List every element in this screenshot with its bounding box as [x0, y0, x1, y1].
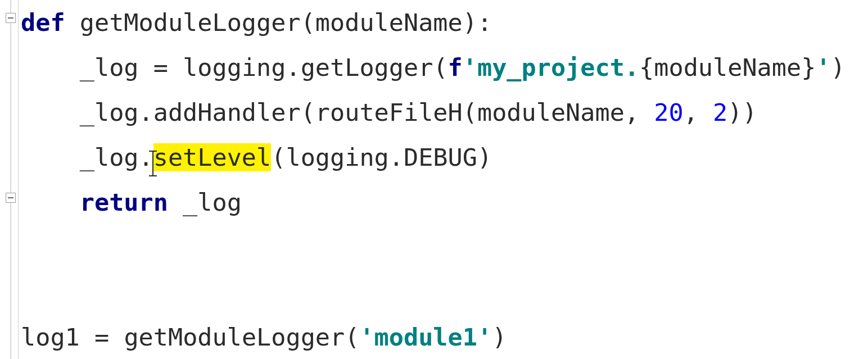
code-token: (	[271, 143, 286, 171]
code-token: ,	[625, 98, 639, 126]
code-token: .	[389, 143, 404, 171]
code-token: )	[727, 98, 742, 126]
code-token: getModuleLogger	[80, 8, 301, 37]
string-token: 'my_project.	[463, 53, 639, 81]
string-token: 'module1'	[359, 323, 492, 351]
code-token: =	[153, 53, 168, 81]
code-token: :	[477, 8, 492, 37]
code-token: (	[301, 98, 315, 126]
code-token: _log	[80, 53, 139, 81]
number-token: 2	[713, 98, 727, 126]
code-token: )	[492, 323, 507, 351]
code-token: (	[301, 8, 315, 37]
code-token: moduleName	[477, 98, 625, 126]
code-token: DEBUG	[404, 143, 477, 171]
code-token: f	[448, 53, 463, 81]
code-text[interactable]: def getModuleLogger(moduleName): _log = …	[21, 0, 868, 359]
code-token: getLogger	[301, 53, 433, 81]
number-token: 20	[654, 98, 683, 126]
code-editor[interactable]: def getModuleLogger(moduleName): _log = …	[0, 0, 868, 359]
gutter-fold-track	[10, 0, 11, 359]
code-token: addHandler	[153, 98, 301, 126]
code-token: moduleName	[315, 8, 463, 37]
fold-toggle-icon[interactable]	[6, 193, 16, 203]
keyword-token: return	[80, 188, 168, 216]
code-token: )	[463, 8, 477, 37]
code-token: logging	[183, 53, 286, 81]
code-token: _log	[80, 143, 139, 171]
code-token: ,	[684, 98, 698, 126]
code-token: )	[477, 143, 492, 171]
fold-toggle-icon[interactable]	[6, 13, 16, 23]
code-token: .	[139, 98, 153, 126]
code-token: logging	[286, 143, 388, 171]
code-token: log1	[21, 323, 80, 351]
code-token: _log	[80, 98, 139, 126]
code-token: routeFileH	[315, 98, 463, 126]
code-token: {	[639, 53, 654, 81]
editor-gutter	[0, 0, 19, 359]
code-token: )	[742, 98, 757, 126]
code-token: =	[94, 323, 109, 351]
code-token: (	[463, 98, 477, 126]
code-token: moduleName	[654, 53, 801, 81]
code-token: )	[831, 53, 846, 81]
highlighted-token: setLevel	[153, 143, 272, 171]
keyword-token: def	[21, 8, 65, 37]
code-token: .	[286, 53, 300, 81]
text-caret-icon	[152, 151, 153, 176]
code-token: (	[345, 323, 359, 351]
code-token: }	[801, 53, 816, 81]
string-token: '	[816, 53, 830, 81]
code-token: getModuleLogger	[124, 323, 345, 351]
code-token: .	[139, 143, 153, 171]
code-token: _log	[183, 188, 242, 216]
code-token: (	[433, 53, 447, 81]
code-area[interactable]: def getModuleLogger(moduleName): _log = …	[19, 0, 868, 359]
